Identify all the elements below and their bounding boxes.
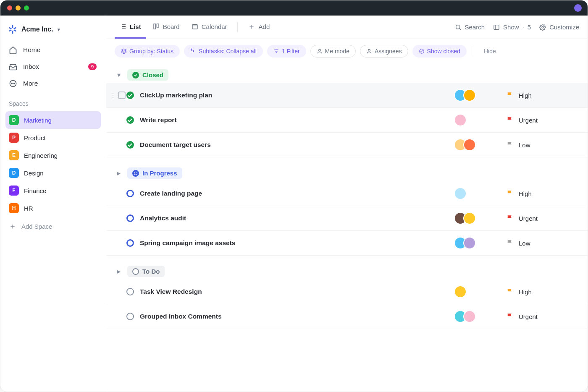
task-status-icon[interactable] xyxy=(126,313,134,320)
task-title: Create landing page xyxy=(140,190,448,197)
check-circle-icon xyxy=(419,48,425,54)
status-pill[interactable]: Closed xyxy=(127,69,168,81)
workspace-switcher[interactable]: Acme Inc. ▾ xyxy=(5,21,101,42)
svg-point-22 xyxy=(456,25,459,29)
task-title: Write report xyxy=(140,116,448,124)
task-status-icon[interactable] xyxy=(126,91,134,99)
assignee-avatar[interactable] xyxy=(463,89,476,102)
person-icon xyxy=(366,48,372,54)
priority-cell[interactable]: Low xyxy=(506,239,578,247)
task-title: Spring campaign image assets xyxy=(140,239,448,247)
hide-filters-button[interactable]: Hide xyxy=(480,45,500,57)
task-row[interactable]: Create landing page High xyxy=(106,181,588,206)
status-pill[interactable]: To Do xyxy=(127,266,165,277)
task-checkbox[interactable] xyxy=(118,91,126,99)
task-row[interactable]: Grouped Inbox Comments Urgent xyxy=(106,304,588,329)
priority-cell[interactable]: Urgent xyxy=(506,116,578,124)
space-label: Engineering xyxy=(24,152,58,159)
task-status-icon[interactable] xyxy=(126,239,134,247)
priority-cell[interactable]: Low xyxy=(506,141,578,149)
plus-icon: ＋ xyxy=(9,221,16,231)
collapse-caret-icon[interactable]: ▾ xyxy=(116,72,122,78)
assignee-avatar[interactable] xyxy=(454,187,467,200)
status-pill[interactable]: In Progress xyxy=(127,167,182,179)
assignees-cell xyxy=(454,114,500,126)
more-icon xyxy=(9,79,17,88)
collapse-caret-icon[interactable]: ▸ xyxy=(116,268,122,275)
search-icon xyxy=(455,24,462,31)
sidebar-space-hr[interactable]: HHR xyxy=(5,199,101,217)
space-label: HR xyxy=(24,205,33,212)
me-mode-chip[interactable]: Me mode xyxy=(310,45,356,57)
assignee-avatar[interactable] xyxy=(454,114,467,126)
task-row[interactable]: Analytics audit Urgent xyxy=(106,206,588,231)
add-space-button[interactable]: ＋ Add Space xyxy=(5,217,101,235)
sidebar-space-marketing[interactable]: DMarketing xyxy=(5,111,101,129)
view-tab-list[interactable]: List xyxy=(115,16,146,39)
task-row[interactable]: Spring campaign image assets Low xyxy=(106,231,588,256)
task-list-area: ▾ Closed ⋮⋮ ClickUp marketing plan High … xyxy=(106,63,588,392)
calendar-icon xyxy=(192,23,198,30)
nav-more[interactable]: More xyxy=(5,75,101,92)
collapse-caret-icon[interactable]: ▸ xyxy=(116,170,122,177)
close-window-icon[interactable] xyxy=(7,5,12,10)
show-closed-chip[interactable]: Show closed xyxy=(412,45,467,57)
task-row[interactable]: Write report Urgent xyxy=(106,108,588,133)
search-label: Search xyxy=(465,24,485,31)
priority-cell[interactable]: Urgent xyxy=(506,313,578,320)
space-icon: D xyxy=(9,168,19,178)
task-row[interactable]: Document target users Low xyxy=(106,133,588,157)
group-header-progress[interactable]: ▸ In Progress xyxy=(106,165,588,181)
add-view-button[interactable]: ＋ Add xyxy=(243,16,275,39)
assignee-avatar[interactable] xyxy=(463,139,476,151)
minimize-window-icon[interactable] xyxy=(16,5,21,10)
task-status-icon[interactable] xyxy=(126,288,134,295)
customize-button[interactable]: Customize xyxy=(539,24,579,31)
sidebar-space-engineering[interactable]: EEngineering xyxy=(5,146,101,164)
priority-cell[interactable]: High xyxy=(506,288,578,295)
search-button[interactable]: Search xyxy=(455,24,485,31)
space-icon: F xyxy=(9,186,19,196)
subtasks-chip[interactable]: Subtasks: Collapse all xyxy=(184,45,263,57)
task-status-icon[interactable] xyxy=(126,141,134,149)
task-row[interactable]: Task View Redesign High xyxy=(106,280,588,304)
assignees-chip[interactable]: Assignees xyxy=(360,45,408,57)
maximize-window-icon[interactable] xyxy=(24,5,29,10)
assignee-avatar[interactable] xyxy=(463,237,476,249)
svg-rect-16 xyxy=(154,24,156,29)
task-status-icon[interactable] xyxy=(126,190,134,197)
nav-home[interactable]: Home xyxy=(5,42,101,58)
nav-inbox[interactable]: Inbox 9 xyxy=(5,58,101,75)
user-avatar[interactable] xyxy=(574,4,582,12)
filter-chip[interactable]: 1 Filter xyxy=(267,45,306,57)
gear-icon xyxy=(539,24,546,31)
board-icon xyxy=(153,23,160,30)
svg-point-28 xyxy=(191,49,192,50)
show-button[interactable]: Show · 5 xyxy=(493,24,531,31)
sidebar-space-finance[interactable]: FFinance xyxy=(5,182,101,199)
window-titlebar xyxy=(0,0,588,16)
sidebar-space-design[interactable]: DDesign xyxy=(5,164,101,182)
task-status-icon[interactable] xyxy=(126,214,134,222)
priority-cell[interactable]: High xyxy=(506,190,578,197)
task-status-icon[interactable] xyxy=(126,116,134,124)
priority-cell[interactable]: High xyxy=(506,91,578,99)
group-by-chip[interactable]: Group by: Status xyxy=(115,45,180,57)
priority-label: High xyxy=(519,288,532,295)
inbox-icon xyxy=(9,63,17,71)
task-row[interactable]: ⋮⋮ ClickUp marketing plan High xyxy=(106,83,588,108)
group-header-todo[interactable]: ▸ To Do xyxy=(106,263,588,280)
sidebar-space-product[interactable]: PProduct xyxy=(5,129,101,146)
assignee-avatar[interactable] xyxy=(454,285,467,298)
group-header-closed[interactable]: ▾ Closed xyxy=(106,67,588,83)
task-title: Task View Redesign xyxy=(140,288,448,295)
task-title: Analytics audit xyxy=(140,214,448,222)
assignee-avatar[interactable] xyxy=(463,212,476,225)
assignee-avatar[interactable] xyxy=(463,310,476,323)
list-icon xyxy=(120,23,126,30)
priority-cell[interactable]: Urgent xyxy=(506,214,578,222)
view-tab-calendar[interactable]: Calendar xyxy=(186,16,232,39)
main-panel: List Board Calendar ＋ Add xyxy=(106,16,588,392)
flag-icon xyxy=(506,288,514,295)
view-tab-board[interactable]: Board xyxy=(148,16,185,39)
